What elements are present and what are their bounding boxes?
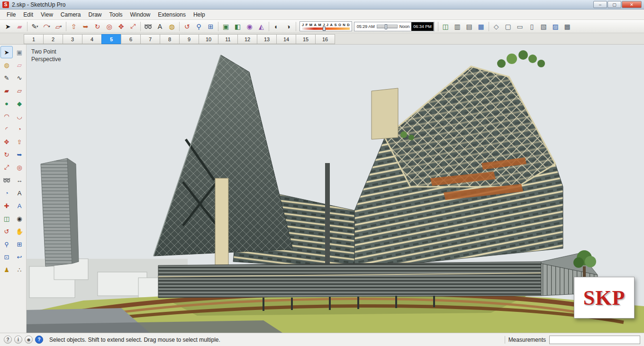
- shape-tool-icon-dropdown[interactable]: ▾: [60, 25, 62, 28]
- arc-tool[interactable]: ◠: [0, 110, 13, 122]
- credits-status-icon[interactable]: i: [14, 336, 22, 344]
- section-fill-icon[interactable]: ▦: [475, 21, 487, 32]
- viewport-3d[interactable]: Two Point Perspective: [27, 45, 644, 333]
- select-tool-icon[interactable]: ➤: [2, 21, 14, 32]
- scene-tab-4[interactable]: 4: [82, 34, 102, 44]
- monochrome-style-icon[interactable]: ▩: [562, 21, 573, 32]
- protractor-tool[interactable]: ◔: [0, 187, 13, 199]
- dimension-tool[interactable]: ↔: [13, 174, 26, 186]
- scene-tab-12[interactable]: 12: [237, 34, 257, 44]
- text-tool[interactable]: A: [13, 187, 26, 199]
- zoom-previous-tool[interactable]: ↩: [13, 251, 26, 263]
- section-plane-tool[interactable]: ◫: [0, 212, 13, 225]
- minimize-button[interactable]: –: [593, 1, 607, 8]
- 3d-text-tool[interactable]: A: [13, 200, 26, 212]
- rotate-tool-icon[interactable]: ↻: [91, 21, 103, 32]
- menu-help[interactable]: Help: [190, 10, 209, 19]
- menu-draw[interactable]: Draw: [85, 10, 106, 19]
- walk-tool[interactable]: ∴: [13, 264, 26, 276]
- look-around-tool[interactable]: ◉: [13, 212, 26, 225]
- move-tool-icon[interactable]: ✥: [115, 21, 127, 32]
- offset-tool[interactable]: ◎: [13, 161, 26, 173]
- arc-tool-icon-dropdown[interactable]: ▾: [48, 25, 50, 28]
- follow-me-tool-icon[interactable]: ➥: [80, 21, 91, 32]
- scale-tool-icon[interactable]: ⤢: [127, 21, 139, 32]
- paint-bucket-tool[interactable]: ◍: [0, 59, 13, 71]
- circle-tool[interactable]: ●: [0, 97, 13, 109]
- menu-view[interactable]: View: [37, 10, 57, 19]
- push-pull-tool[interactable]: ⇧: [13, 136, 26, 148]
- zoom-extents-tool-icon[interactable]: ⊞: [205, 21, 217, 32]
- line-tool-icon[interactable]: ✎▾: [29, 21, 41, 32]
- shape-tool-icon[interactable]: ▱▾: [53, 21, 64, 32]
- subtract-icon[interactable]: ◭: [255, 21, 267, 32]
- offset-tool-icon[interactable]: ◎: [103, 21, 115, 32]
- menu-file[interactable]: File: [3, 10, 19, 19]
- text-tool-icon[interactable]: A: [154, 21, 166, 32]
- pan-tool[interactable]: ✋: [13, 225, 26, 237]
- shadows-toggle-icon[interactable]: ◐: [271, 21, 282, 32]
- rectangle-tool[interactable]: ▰: [0, 84, 13, 97]
- menu-camera[interactable]: Camera: [57, 10, 85, 19]
- shadow-time-handle[interactable]: [385, 24, 387, 29]
- tape-measure-tool[interactable]: ➿: [0, 174, 13, 186]
- move-tool[interactable]: ✥: [0, 136, 13, 148]
- scene-tab-6[interactable]: 6: [121, 34, 141, 44]
- zoom-tool[interactable]: ⚲: [0, 238, 13, 250]
- three-point-arc-tool[interactable]: ◜: [0, 123, 13, 135]
- scene-tab-2[interactable]: 2: [43, 34, 63, 44]
- two-point-arc-tool[interactable]: ◡: [13, 110, 26, 122]
- scene-tab-8[interactable]: 8: [160, 34, 180, 44]
- scene-tab-11[interactable]: 11: [218, 34, 238, 44]
- make-component-tool[interactable]: ▣: [13, 46, 26, 58]
- scene-tab-3[interactable]: 3: [63, 34, 82, 44]
- maximize-button[interactable]: ▢: [608, 1, 621, 8]
- tape-measure-tool-icon[interactable]: ➿: [142, 21, 154, 32]
- hidden-line-style-icon[interactable]: ▯: [526, 21, 538, 32]
- scene-tab-1[interactable]: 1: [24, 34, 44, 44]
- back-edges-style-icon[interactable]: ▢: [502, 21, 514, 32]
- line-tool-icon-dropdown[interactable]: ▾: [36, 25, 38, 28]
- measurements-input[interactable]: [549, 336, 640, 344]
- eraser-tool-icon[interactable]: ▰: [14, 21, 26, 32]
- eraser-tool[interactable]: ▱: [13, 59, 26, 71]
- section-plane-tool-icon[interactable]: ◫: [440, 21, 452, 32]
- close-button[interactable]: ✕: [622, 1, 642, 8]
- scale-tool[interactable]: ⤢: [0, 161, 13, 173]
- sign-in-status-icon[interactable]: ☻: [25, 336, 33, 344]
- line-tool[interactable]: ✎: [0, 72, 13, 84]
- orbit-tool-icon[interactable]: ↺: [181, 21, 193, 32]
- model-scene[interactable]: [27, 45, 644, 333]
- shadow-date-track[interactable]: [302, 27, 350, 30]
- scene-tab-5[interactable]: 5: [101, 34, 121, 44]
- zoom-extents-tool[interactable]: ⊡: [0, 251, 13, 263]
- scene-tab-7[interactable]: 7: [140, 34, 160, 44]
- shadow-time-track[interactable]: [377, 25, 398, 28]
- xray-style-icon[interactable]: ◇: [490, 21, 502, 32]
- scene-tab-16[interactable]: 16: [315, 34, 335, 44]
- union-icon[interactable]: ◉: [244, 21, 255, 32]
- arc-tool-icon[interactable]: ◠▾: [41, 21, 53, 32]
- shadow-time-slider[interactable]: 05:29 AM Noon 06:34 PM: [354, 22, 435, 31]
- intersect-icon[interactable]: ◧: [232, 21, 244, 32]
- pie-tool[interactable]: ◔: [13, 123, 26, 135]
- scene-tab-13[interactable]: 13: [257, 34, 277, 44]
- menu-tools[interactable]: Tools: [106, 10, 127, 19]
- follow-me-tool[interactable]: ➥: [13, 148, 26, 161]
- shadow-date-handle[interactable]: [323, 27, 326, 31]
- menu-edit[interactable]: Edit: [19, 10, 37, 19]
- axes-tool[interactable]: ✚: [0, 200, 13, 212]
- select-tool[interactable]: ➤: [0, 46, 13, 58]
- scene-tab-14[interactable]: 14: [276, 34, 296, 44]
- orbit-tool[interactable]: ↺: [0, 225, 13, 237]
- paint-bucket-tool-icon[interactable]: ◍: [166, 21, 178, 32]
- polygon-tool[interactable]: ◆: [13, 97, 26, 109]
- position-camera-tool[interactable]: ♟: [0, 264, 13, 276]
- zoom-tool-icon[interactable]: ⚲: [193, 21, 205, 32]
- display-section-cuts-icon[interactable]: ▤: [463, 21, 475, 32]
- shadow-date-slider[interactable]: JFMAMJJASOND: [299, 21, 352, 31]
- rotated-rectangle-tool[interactable]: ▱: [13, 84, 26, 97]
- shaded-textures-style-icon[interactable]: ▨: [550, 21, 562, 32]
- rotate-tool[interactable]: ↻: [0, 148, 13, 161]
- freehand-tool[interactable]: ∿: [13, 72, 26, 84]
